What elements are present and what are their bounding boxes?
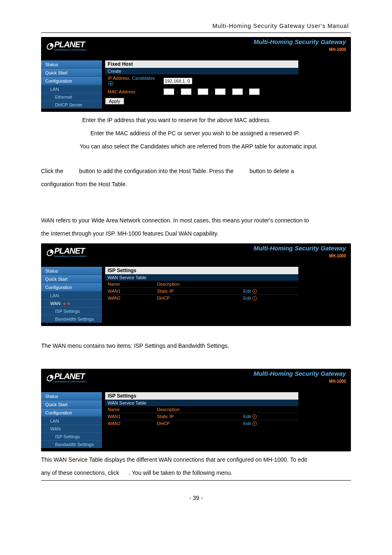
sidebar-item-isp[interactable]: ISP Settings [41,307,102,315]
sidebar-item-lan[interactable]: LAN [41,85,102,93]
cell-name: WAN2 [108,421,157,426]
sidebar-item-configuration[interactable]: Configuration [41,283,102,291]
globe-icon: ◔ [46,247,53,257]
text-click2: configuration from the Host Table. [41,178,351,190]
table-row: WAN2 DHCP Edit› [105,294,298,301]
cell-name: WAN1 [108,289,157,294]
edit-label: Edit [243,289,251,294]
ui-block-isp1: ◔ PLANET Networking & Communication Mult… [41,243,351,326]
sidebar-item-lan[interactable]: LAN [41,291,102,299]
content-area: ISP Settings WAN Service Table Name Desc… [102,259,351,305]
edit-button[interactable]: Edit› [243,289,296,294]
cell-name: WAN2 [108,296,157,301]
sidebar-label: LAN [50,87,59,92]
sidebar-label: WAN [50,426,60,431]
sidebar-item-quickstart[interactable]: Quick Start [41,400,102,409]
mac-input-1[interactable] [164,88,174,95]
sidebar-item-ethernet[interactable]: Ethernet [41,93,102,101]
page-rule [41,32,351,33]
content-area: ISP Settings WAN Service Table Name Desc… [102,385,351,430]
panel-subtitle: Create [105,68,298,74]
edit-label: Edit [243,296,251,301]
sidebar-label: ISP Settings [55,309,80,314]
product-model: MH-1000 [329,254,346,258]
sidebar-item-status[interactable]: Status [41,392,102,400]
edit-icon: › [252,296,257,301]
sidebar-item-configuration[interactable]: Configuration [41,77,102,85]
panel-subtitle: WAN Service Table [105,274,298,281]
sidebar-label: Quick Start [45,277,67,282]
edit-label: Edit [243,421,251,426]
brand-tagline: Networking & Communication [54,255,87,257]
panel-title: ISP Settings [105,267,298,274]
sidebar-label: Status [45,62,58,67]
sidebar-item-wan[interactable]: WAN [41,425,102,432]
text-wan-a: WAN refers to your Wide Area Network con… [41,215,351,226]
panel-isp: ISP Settings WAN Service Table Name Desc… [105,267,298,301]
edit-button[interactable]: Edit› [243,296,296,301]
col-name: Name [108,407,157,412]
panel-title: ISP Settings [105,392,298,400]
sidebar: Status Quick Start Configuration LAN WAN… [41,385,102,451]
sidebar-label: Configuration [45,79,72,83]
table-row: WAN1 Static IP Edit› [105,287,298,294]
table-header: Name Description [105,281,298,287]
text-ip: Enter the IP address that you want to re… [41,114,351,126]
globe-icon: ◔ [46,41,53,51]
text-wantable-b: any of these connections, click . You wi… [41,467,351,479]
edit-label: Edit [243,414,251,419]
sidebar-item-isp[interactable]: ISP Settings [41,432,102,440]
panel-fixedhost: Fixed Host Create IP Address Candidates … [105,60,298,96]
sidebar-item-bandwidth[interactable]: Bandwidth Settings [41,440,102,448]
sidebar: Status Quick Start Configuration LAN Eth… [41,53,102,112]
apply-button[interactable]: Apply [105,98,124,104]
table-row: WAN2 DHCP Edit› [105,420,298,427]
edit-icon: › [252,289,257,294]
text-mac: Enter the MAC address of the PC or serve… [41,127,351,139]
edit-button[interactable]: Edit› [243,421,296,426]
product-model: MH-1000 [329,47,346,52]
sidebar-label: Ethernet [55,95,72,99]
brand-name: PLANET [54,372,87,380]
candidates-icon[interactable]: ▸ [108,81,113,86]
ui-block-fixedhost: ◔ PLANET Networking & Communication Mult… [41,37,351,112]
body-text-3: This WAN Service Table displays the diff… [41,454,351,479]
cell-desc: Static IP [157,414,243,419]
text-wantable-a: This WAN Service Table displays the diff… [41,454,351,465]
product-title: Multi-Homing Security Gateway MH-1000 [254,370,346,384]
mac-input-5[interactable] [232,88,243,95]
ip-input[interactable] [164,78,192,84]
col-name: Name [108,282,157,287]
sidebar-item-wan[interactable]: WAN ◄◄ [41,299,102,307]
sidebar-item-quickstart[interactable]: Quick Start [41,275,102,283]
brand-tagline: Networking & Communication [54,49,87,51]
sidebar-item-dhcp[interactable]: DHCP Server [41,101,102,109]
sidebar-item-configuration[interactable]: Configuration [41,409,102,417]
mac-input-3[interactable] [198,88,208,95]
sidebar-item-bandwidth[interactable]: Bandwidth Settings [41,315,102,323]
mac-input-2[interactable] [181,88,191,95]
product-title-text: Multi-Homing Security Gateway [254,38,346,45]
logo: ◔ PLANET Networking & Communication [46,372,87,383]
sidebar-item-quickstart[interactable]: Quick Start [41,69,102,77]
product-title: Multi-Homing Security Gateway MH-1000 [254,39,346,52]
mac-input-4[interactable] [215,88,226,95]
sidebar-item-lan[interactable]: LAN [41,417,102,425]
sidebar-item-status[interactable]: Status [41,267,102,275]
panel-subtitle: WAN Service Table [105,400,298,406]
mac-input-6[interactable] [249,88,260,95]
product-title-text: Multi-Homing Security Gateway [254,245,346,252]
text-click: Click the button to add the configuratio… [41,165,351,177]
sidebar-item-status[interactable]: Status [41,60,102,69]
sidebar-label: Status [45,268,58,273]
sidebar-label: DHCP Server [55,102,82,107]
text-cand: You can also select the Candidates which… [41,141,351,152]
cell-name: WAN1 [108,414,157,419]
body-text-1: Enter the IP address that you want to re… [41,114,351,239]
topbar: ◔ PLANET Networking & Communication Mult… [41,243,351,259]
ui-block-isp2: ◔ PLANET Networking & Communication Mult… [41,369,351,451]
candidates-link[interactable]: Candidates [132,76,155,81]
t: button to add the configuration into the… [79,168,234,174]
ip-label: IP Address [108,76,129,81]
edit-button[interactable]: Edit› [243,414,296,419]
